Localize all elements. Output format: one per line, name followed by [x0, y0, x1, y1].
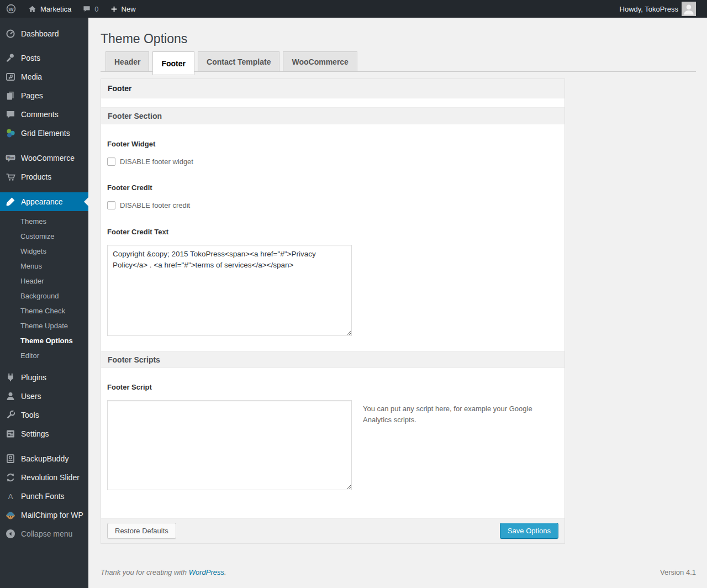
- admin-sidebar: Dashboard Posts Media Pages Comments Gri…: [0, 18, 88, 588]
- sidebar-label: Revolution Slider: [21, 473, 80, 482]
- footer-credit-text-label: Footer Credit Text: [107, 228, 564, 236]
- sidebar-label: Comments: [21, 110, 59, 119]
- woocommerce-icon: Woo: [5, 153, 16, 164]
- pages-icon: [5, 90, 16, 101]
- sidebar-item-dashboard[interactable]: Dashboard: [0, 24, 88, 43]
- theme-options-panel: Footer Footer Section Footer Widget DISA…: [101, 78, 565, 544]
- panel-action-bar: Restore Defaults Save Options: [101, 518, 564, 543]
- sidebar-item-tools[interactable]: Tools: [0, 406, 88, 424]
- sidebar-item-media[interactable]: Media: [0, 67, 88, 86]
- footer-scripts-heading: Footer Scripts: [101, 351, 564, 368]
- wordpress-logo-menu[interactable]: W: [0, 0, 22, 18]
- sidebar-label: Punch Fonts: [21, 492, 65, 501]
- sidebar-label: Products: [21, 172, 51, 181]
- svg-text:W: W: [9, 6, 14, 12]
- svg-text:Woo: Woo: [7, 156, 14, 159]
- restore-defaults-button[interactable]: Restore Defaults: [107, 523, 176, 539]
- comments-icon: [5, 109, 16, 120]
- sidebar-label: Grid Elements: [21, 129, 70, 138]
- comments-menu[interactable]: 0: [77, 0, 104, 18]
- plugin-icon: [5, 372, 16, 383]
- dashboard-icon: [5, 28, 16, 39]
- tab-footer[interactable]: Footer: [152, 51, 194, 75]
- sidebar-item-woocommerce[interactable]: Woo WooCommerce: [0, 149, 88, 167]
- sidebar-item-mailchimp[interactable]: MailChimp for WP: [0, 506, 88, 524]
- tab-contact-template[interactable]: Contact Template: [198, 51, 279, 72]
- submenu-item-editor[interactable]: Editor: [0, 348, 88, 363]
- appearance-submenu: Themes Customize Widgets Menus Header Ba…: [0, 211, 88, 368]
- account-menu[interactable]: Howdy, TokoPress: [614, 0, 701, 18]
- tab-header[interactable]: Header: [105, 51, 149, 72]
- appearance-brush-icon: [5, 196, 16, 207]
- sidebar-item-grid-elements[interactable]: Grid Elements: [0, 124, 88, 143]
- footer-thanks: Thank you for creating with WordPress.: [101, 568, 226, 576]
- howdy-text: Howdy, TokoPress: [620, 5, 678, 13]
- sidebar-item-backupbuddy[interactable]: BackupBuddy: [0, 449, 88, 468]
- sidebar-label: WooCommerce: [21, 154, 75, 162]
- sidebar-item-pages[interactable]: Pages: [0, 86, 88, 105]
- settings-sliders-icon: [5, 428, 16, 439]
- sidebar-label: BackupBuddy: [21, 454, 68, 463]
- submenu-item-theme-check[interactable]: Theme Check: [0, 303, 88, 318]
- sidebar-item-comments[interactable]: Comments: [0, 105, 88, 124]
- submenu-item-themes[interactable]: Themes: [0, 214, 88, 229]
- sidebar-label: Pages: [21, 91, 43, 100]
- disable-footer-credit-checkbox[interactable]: [107, 201, 115, 209]
- admin-bar: W Marketica 0 New Howdy, TokoPress: [0, 0, 707, 18]
- tab-woocommerce[interactable]: WooCommerce: [283, 51, 357, 72]
- letter-a-icon: A: [5, 491, 16, 502]
- main-content: Theme Options Header Footer Contact Temp…: [88, 18, 707, 588]
- submenu-item-theme-options[interactable]: Theme Options: [0, 333, 88, 348]
- nav-tabs: Header Footer Contact Template WooCommer…: [101, 51, 696, 75]
- page-title: Theme Options: [101, 30, 696, 47]
- sidebar-item-revolution-slider[interactable]: Revolution Slider: [0, 468, 88, 487]
- save-options-button[interactable]: Save Options: [500, 523, 558, 539]
- sidebar-label: Appearance: [21, 197, 63, 206]
- sidebar-label: Dashboard: [21, 29, 59, 38]
- footer-credit-text-textarea[interactable]: Copyright &copy; 2015 TokoPress<span><a …: [107, 245, 352, 336]
- sidebar-item-punch-fonts[interactable]: A Punch Fonts: [0, 487, 88, 506]
- submenu-item-menus[interactable]: Menus: [0, 259, 88, 274]
- submenu-item-header[interactable]: Header: [0, 274, 88, 288]
- pin-icon: [5, 53, 16, 64]
- sidebar-item-appearance[interactable]: Appearance: [0, 192, 88, 211]
- comments-count: 0: [94, 5, 98, 13]
- footer-widget-row: DISABLE footer widget: [107, 157, 564, 166]
- sidebar-label: Collapse menu: [21, 529, 72, 538]
- sidebar-label: Media: [21, 72, 42, 81]
- mailchimp-monkey-icon: [5, 510, 16, 521]
- wordpress-link[interactable]: WordPress: [189, 568, 224, 576]
- site-name-menu[interactable]: Marketica: [22, 0, 77, 18]
- site-name: Marketica: [40, 5, 71, 13]
- submenu-item-customize[interactable]: Customize: [0, 229, 88, 244]
- footer-script-textarea[interactable]: [107, 400, 352, 490]
- sidebar-label: Posts: [21, 54, 40, 62]
- sidebar-item-plugins[interactable]: Plugins: [0, 368, 88, 387]
- sidebar-item-users[interactable]: Users: [0, 387, 88, 406]
- new-label: New: [122, 5, 136, 13]
- backup-drive-icon: [5, 453, 16, 464]
- disable-footer-widget-checkbox[interactable]: [107, 158, 115, 166]
- sidebar-item-products[interactable]: Products: [0, 167, 88, 186]
- footer-script-label: Footer Script: [107, 383, 564, 391]
- version-text: Version 4.1: [660, 568, 696, 576]
- cart-icon: [5, 171, 16, 182]
- submenu-item-theme-update[interactable]: Theme Update: [0, 318, 88, 333]
- sidebar-item-settings[interactable]: Settings: [0, 424, 88, 443]
- footer-widget-label: Footer Widget: [107, 140, 564, 148]
- sync-arrows-icon: [5, 472, 16, 483]
- new-menu[interactable]: New: [104, 0, 141, 18]
- submenu-item-widgets[interactable]: Widgets: [0, 244, 88, 259]
- wordpress-logo-icon: W: [6, 3, 17, 14]
- admin-footer: Thank you for creating with WordPress. V…: [101, 568, 696, 576]
- disable-footer-credit-label: DISABLE footer credit: [120, 201, 190, 209]
- sidebar-item-posts[interactable]: Posts: [0, 49, 88, 67]
- sidebar-label: Tools: [21, 411, 39, 419]
- footer-section-heading: Footer Section: [101, 107, 564, 124]
- comment-bubble-icon: [82, 4, 91, 13]
- grid-elements-icon: [5, 128, 16, 139]
- submenu-item-background[interactable]: Background: [0, 288, 88, 303]
- sidebar-label: Settings: [21, 429, 49, 438]
- sidebar-item-collapse-menu[interactable]: Collapse menu: [0, 524, 88, 543]
- wrench-icon: [5, 410, 16, 421]
